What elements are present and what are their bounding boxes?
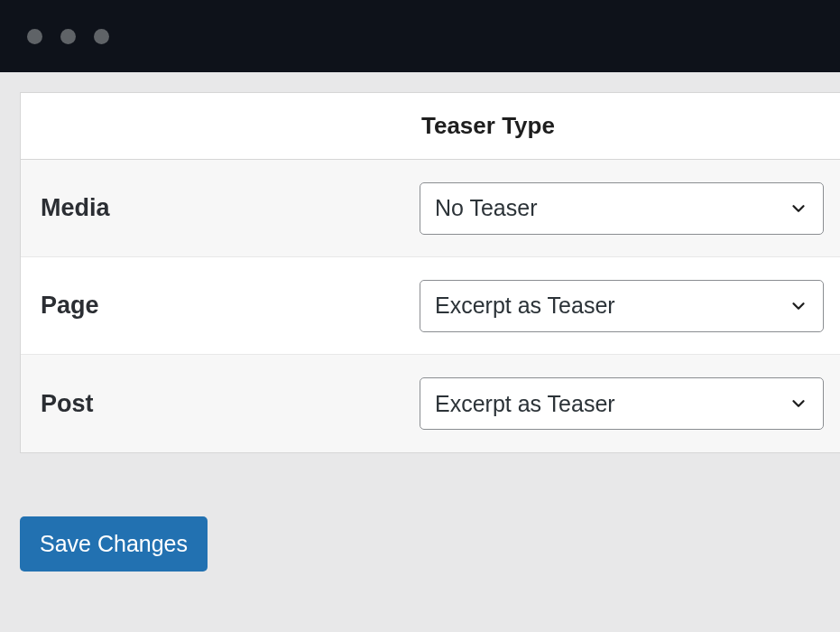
window-control-minimize[interactable] bbox=[60, 29, 76, 44]
row-label-page: Page bbox=[41, 292, 420, 320]
row-control: No Teaser bbox=[420, 182, 840, 235]
row-label-post: Post bbox=[41, 390, 420, 418]
row-label-media: Media bbox=[41, 194, 420, 222]
teaser-select-media[interactable]: No Teaser bbox=[420, 182, 824, 235]
chevron-down-icon bbox=[789, 296, 808, 316]
table-row: Post Excerpt as Teaser bbox=[21, 355, 840, 452]
chevron-down-icon bbox=[789, 199, 808, 218]
teaser-select-post[interactable]: Excerpt as Teaser bbox=[420, 377, 824, 430]
chevron-down-icon bbox=[789, 394, 808, 414]
teaser-select-page[interactable]: Excerpt as Teaser bbox=[420, 280, 824, 332]
table-row: Page Excerpt as Teaser bbox=[21, 257, 840, 355]
table-row: Media No Teaser bbox=[21, 160, 840, 257]
table-header-row: Teaser Type bbox=[21, 93, 840, 160]
window-titlebar bbox=[0, 0, 840, 72]
window-control-zoom[interactable] bbox=[94, 29, 109, 44]
settings-content: Teaser Type Media No Teaser Page Excerpt… bbox=[0, 92, 840, 572]
select-value: Excerpt as Teaser bbox=[435, 391, 789, 417]
save-changes-button[interactable]: Save Changes bbox=[20, 516, 208, 572]
row-control: Excerpt as Teaser bbox=[420, 280, 840, 332]
window-control-close[interactable] bbox=[27, 29, 42, 44]
teaser-type-table: Teaser Type Media No Teaser Page Excerpt… bbox=[20, 92, 840, 453]
select-value: No Teaser bbox=[435, 195, 789, 221]
row-control: Excerpt as Teaser bbox=[420, 377, 840, 430]
select-value: Excerpt as Teaser bbox=[435, 293, 789, 319]
teaser-type-column-header: Teaser Type bbox=[421, 112, 840, 140]
